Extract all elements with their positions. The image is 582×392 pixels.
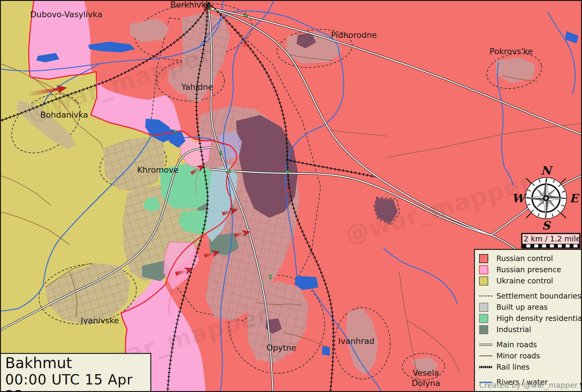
legend-item-rail-lines: Rail lines [479, 362, 579, 372]
legend-item-ukraine-control: Ukraine control [479, 276, 579, 286]
legend-group-lines: Main roadsMinor roadsRail lines [479, 340, 579, 372]
legend-groups: Russian controlRussian presenceUkraine c… [479, 253, 579, 387]
rail-lines-icon [479, 366, 493, 368]
scale-label: 2 km / 1.2 miles [522, 234, 579, 244]
legend-item-high-density-residential: High density residential [479, 313, 579, 323]
settlement-boundaries-icon [479, 296, 493, 296]
place-label-vesela-dolyna: Vesela Dolyna [412, 368, 440, 388]
legend-label: Minor roads [496, 351, 540, 360]
minor-roads-icon [479, 355, 493, 357]
title-box: Bakhmut 00:00 UTC 15 Apr 23 [0, 353, 151, 392]
place-label-ivanhrad: Ivanhrad [338, 336, 374, 346]
place-label-berkhivka: Berkhivka [170, 0, 211, 10]
legend-label: Rail lines [496, 363, 530, 371]
legend-label: Industrial [496, 325, 531, 334]
legend-item-settlement-boundaries: Settlement boundaries [479, 291, 579, 301]
map-title: Bakhmut [5, 355, 150, 372]
legend-group-control: Russian controlRussian presenceUkraine c… [479, 253, 579, 286]
place-label-opytne: Opytne [266, 343, 296, 353]
legend-label: Built up areas [496, 303, 548, 312]
legend-label: High density residential [496, 314, 582, 323]
legend-item-minor-roads: Minor roads [479, 351, 579, 361]
map-legend: Russian controlRussian presenceUkraine c… [474, 249, 582, 392]
scale-bar: 2 km / 1.2 miles [521, 233, 580, 249]
legend-item-russian-presence: Russian presence [479, 265, 579, 275]
industrial-icon [479, 325, 493, 334]
russian-control-icon [479, 254, 493, 263]
main-roads-icon [479, 344, 493, 346]
twitter-bird-icon [580, 381, 582, 389]
war-map-bakhmut: N E S W @war_mapper @war_mapper @war_map… [0, 0, 582, 392]
built-up-areas-icon [479, 303, 493, 312]
place-label-dubovo-vasylivka: Dubovo-Vasylivka [30, 9, 102, 20]
high-density-residential-icon [479, 314, 493, 323]
legend-label: Russian presence [496, 265, 561, 274]
scale-dashes [522, 244, 579, 247]
place-label-bohdanivka: Bohdanivka [40, 110, 88, 120]
credit-text: Created by @war_mapper [479, 381, 578, 390]
place-label-ivanivske: Ivanivske [81, 315, 119, 326]
legend-label: Russian control [496, 254, 553, 263]
legend-item-built-up-areas: Built up areas [479, 302, 579, 312]
legend-label: Ukraine control [496, 276, 553, 285]
legend-label: Settlement boundaries [496, 292, 581, 300]
place-label-yahidne: Yahidne [181, 82, 213, 92]
place-label-khromove: Khromove [137, 165, 178, 175]
compass-s: S [542, 219, 551, 232]
map-credit: Created by @war_mapper [479, 381, 579, 390]
legend-group-areas: Settlement boundariesBuilt up areasHigh … [479, 291, 579, 335]
legend-item-industrial: Industrial [479, 325, 579, 335]
compass-e: E [570, 191, 580, 205]
place-label-pokrovs-ke: Pokrovs'ke [489, 46, 533, 57]
legend-item-main-roads: Main roads [479, 340, 579, 350]
ukraine-control-icon [479, 276, 493, 286]
legend-item-russian-control: Russian control [479, 253, 579, 263]
russian-presence-icon [479, 265, 493, 274]
legend-label: Main roads [496, 340, 537, 349]
place-label-pidhorodne: Pidhorodne [331, 30, 377, 40]
map-timestamp: 00:00 UTC 15 Apr 23 [5, 372, 150, 392]
